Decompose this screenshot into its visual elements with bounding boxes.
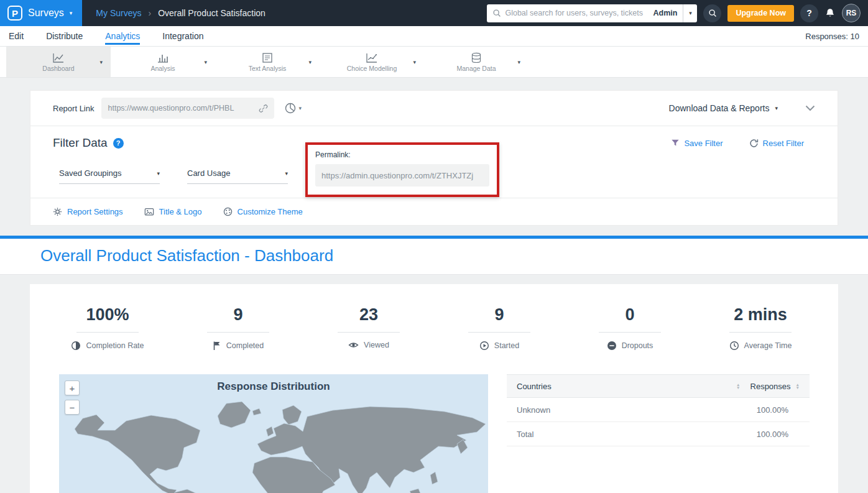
- toolbar-item-manage-data[interactable]: Manage Data ▾: [424, 47, 529, 77]
- download-data-reports-menu[interactable]: Download Data & Reports: [669, 103, 770, 113]
- tab-integration[interactable]: Integration: [162, 27, 203, 45]
- link-icon[interactable]: [259, 104, 268, 113]
- report-link-input[interactable]: [108, 104, 259, 113]
- zoom-in-button[interactable]: +: [65, 380, 80, 395]
- global-search: Admin ▾: [487, 4, 697, 22]
- stat-value: 9: [494, 305, 504, 325]
- breadcrumb-my-surveys[interactable]: My Surveys: [96, 8, 141, 18]
- reset-filter-label: Reset Filter: [763, 139, 804, 148]
- responses-cell: 100.00%: [735, 405, 788, 415]
- funnel-icon: [671, 139, 680, 147]
- report-settings-label: Report Settings: [67, 207, 123, 216]
- clock-icon: [729, 341, 739, 351]
- global-search-input[interactable]: [505, 9, 647, 17]
- toolbar-item-label: Manage Data: [456, 65, 496, 72]
- search-icon: [492, 9, 501, 17]
- stat-value: 9: [233, 305, 242, 325]
- chevron-down-icon: [805, 105, 815, 111]
- chart-type-button[interactable]: ▾: [284, 102, 302, 114]
- sort-icon[interactable]: ▲ ▼: [736, 383, 740, 390]
- world-map[interactable]: [59, 398, 488, 493]
- divider: [729, 332, 792, 333]
- card-usage-value: Card Usage: [187, 168, 230, 178]
- stat-label: Started: [494, 341, 519, 350]
- search-scope-caret[interactable]: ▾: [683, 4, 697, 22]
- chevron-down-icon: ▾: [70, 10, 73, 16]
- toolbar-item-analysis[interactable]: Analysis ▾: [111, 47, 215, 77]
- upgrade-now-button[interactable]: Upgrade Now: [727, 5, 794, 22]
- page-title: Overall Product Satisfaction - Dashboard: [40, 246, 868, 265]
- gear-icon: [53, 207, 62, 216]
- column-countries[interactable]: Countries ▲ ▼: [517, 382, 741, 391]
- search-scope-selector[interactable]: Admin: [648, 9, 683, 17]
- tab-distribute[interactable]: Distribute: [46, 27, 83, 45]
- responses-count: Responses: 10: [805, 32, 859, 41]
- chevron-down-icon[interactable]: ▾: [99, 59, 103, 65]
- save-filter-button[interactable]: Save Filter: [671, 139, 723, 148]
- stat-label: Completion Rate: [86, 341, 144, 350]
- filter-help-icon[interactable]: ?: [113, 138, 124, 149]
- notifications-bell-icon[interactable]: [824, 7, 836, 19]
- breadcrumb-current: Overall Product Satisfaction: [158, 8, 265, 18]
- stat-label: Average Time: [744, 341, 792, 350]
- pie-chart-icon: [284, 102, 297, 114]
- report-settings-row: Report Settings Title & Logo Customize T…: [30, 198, 838, 225]
- toolbar-item-dashboard[interactable]: Dashboard ▾: [6, 47, 111, 77]
- chevron-down-icon[interactable]: ▾: [413, 59, 416, 65]
- chevron-down-icon[interactable]: ▾: [517, 59, 520, 65]
- main-content: Report Link ▾ Download Data & Reports ▾: [0, 78, 868, 226]
- tab-analytics[interactable]: Analytics: [105, 27, 140, 45]
- chevron-down-icon[interactable]: ▾: [308, 59, 312, 65]
- stat-label: Completed: [226, 341, 264, 350]
- report-link-row: Report Link ▾ Download Data & Reports ▾: [30, 91, 838, 126]
- responses-cell: 100.00%: [735, 430, 788, 439]
- search-button[interactable]: [703, 4, 721, 22]
- report-link-row-actions: Download Data & Reports ▾: [669, 103, 815, 113]
- surveys-product-menu[interactable]: P Surveys ▾: [0, 0, 82, 26]
- breadcrumb: My Surveys › Overall Product Satisfactio…: [96, 8, 265, 18]
- tab-edit[interactable]: Edit: [9, 27, 24, 45]
- response-distribution-map: Response Distribution + −: [59, 374, 488, 493]
- column-responses[interactable]: Responses ▲ ▼: [750, 382, 800, 391]
- table-header: Countries ▲ ▼ Responses ▲ ▼: [507, 374, 810, 398]
- title-logo-label: Title & Logo: [159, 207, 202, 216]
- column-label: Countries: [517, 382, 552, 391]
- report-link-label: Report Link: [53, 104, 94, 113]
- completion-rate-icon: [71, 341, 81, 351]
- stat-completion-rate: 100% Completion Rate: [42, 305, 173, 351]
- collapse-panel-button[interactable]: [805, 105, 815, 111]
- minus-circle-icon: [607, 341, 617, 351]
- title-band: Overall Product Satisfaction - Dashboard: [0, 239, 868, 275]
- choice-modelling-icon: [366, 52, 378, 63]
- database-icon: [470, 52, 482, 63]
- chevron-down-icon: ▾: [298, 105, 302, 111]
- stat-value: 2 mins: [734, 305, 787, 325]
- help-button[interactable]: ?: [800, 4, 818, 22]
- card-usage-select[interactable]: Card Usage ▾: [187, 168, 288, 184]
- table-row: Unknown 100.00%: [507, 398, 810, 422]
- stat-viewed: 23 Viewed: [303, 305, 434, 351]
- eye-icon: [348, 341, 359, 349]
- toolbar-item-text-analysis[interactable]: Text Analysis ▾: [215, 47, 320, 77]
- breadcrumb-separator: ›: [148, 8, 151, 18]
- customize-theme-button[interactable]: Customize Theme: [223, 207, 303, 216]
- table-row: Total 100.00%: [507, 422, 810, 446]
- map-title: Response Distribution: [59, 374, 488, 393]
- reset-filter-button[interactable]: Reset Filter: [749, 139, 804, 148]
- chevron-down-icon[interactable]: ▾: [775, 105, 778, 111]
- palette-icon: [223, 207, 233, 216]
- user-avatar[interactable]: RS: [842, 4, 861, 22]
- country-cell: Unknown: [517, 405, 735, 415]
- section-tabs: Edit Distribute Analytics Integration Re…: [0, 26, 868, 47]
- title-logo-button[interactable]: Title & Logo: [144, 207, 202, 216]
- sort-down-icon: ▼: [796, 386, 800, 390]
- permalink-input[interactable]: [315, 164, 489, 187]
- toolbar-item-choice-modelling[interactable]: Choice Modelling ▾: [320, 47, 424, 77]
- saved-groupings-value: Saved Groupings: [59, 168, 121, 178]
- chevron-down-icon[interactable]: ▾: [204, 59, 207, 65]
- visualizations-row: Response Distribution + −: [30, 374, 838, 493]
- sort-icon[interactable]: ▲ ▼: [796, 383, 800, 390]
- saved-groupings-select[interactable]: Saved Groupings ▾: [59, 168, 160, 184]
- stat-started: 9 Started: [434, 305, 565, 351]
- report-settings-button[interactable]: Report Settings: [53, 207, 123, 216]
